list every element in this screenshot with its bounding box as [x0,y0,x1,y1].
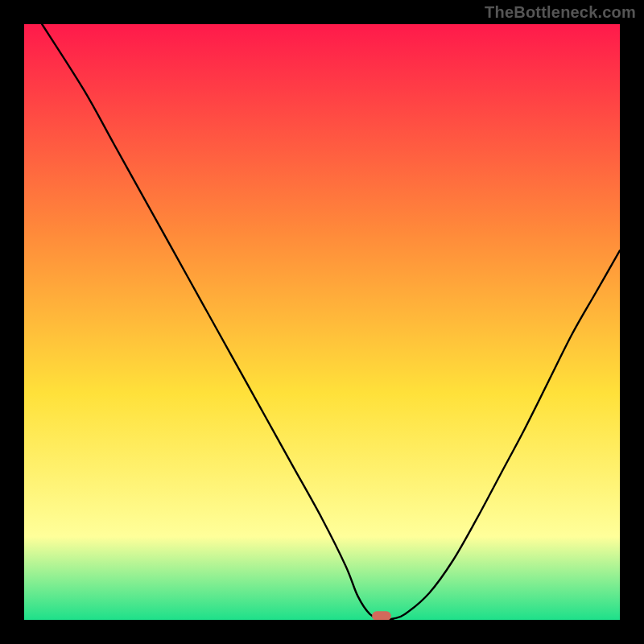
minimum-marker [372,611,391,620]
chart-frame: TheBottleneck.com [0,0,644,644]
watermark-text: TheBottleneck.com [485,3,636,22]
gradient-background [24,24,620,620]
chart-svg [24,24,620,620]
plot-area [24,24,620,620]
